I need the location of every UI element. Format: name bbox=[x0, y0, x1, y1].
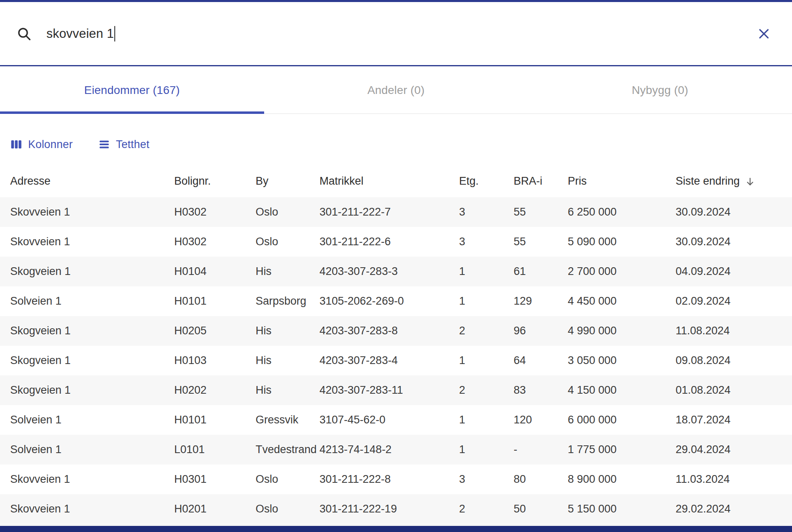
table-row[interactable]: Skogveien 1H0205His4203-307-283-82964 99… bbox=[0, 316, 792, 346]
cell-bolignr: H0103 bbox=[174, 346, 256, 375]
cell-siste-endring: 29.04.2024 bbox=[676, 435, 792, 464]
cell-etg: 1 bbox=[459, 346, 514, 375]
text-cursor bbox=[114, 26, 115, 41]
bottom-divider bbox=[0, 525, 792, 525]
cell-etg: 1 bbox=[459, 286, 514, 316]
columns-icon bbox=[10, 138, 22, 150]
density-button[interactable]: Tetthet bbox=[98, 138, 149, 151]
search-input[interactable]: skovveien 1 bbox=[46, 26, 755, 41]
column-label: Siste endring bbox=[676, 175, 740, 188]
cell-matrikkel: 301-211-222-8 bbox=[319, 464, 459, 494]
cell-by: His bbox=[256, 375, 319, 405]
cell-bra-i: 80 bbox=[514, 464, 568, 494]
table-row[interactable]: Skovveien 1H0201Oslo301-211-222-192505 1… bbox=[0, 494, 792, 524]
columns-button-label: Kolonner bbox=[28, 138, 73, 151]
column-header-pris[interactable]: Pris bbox=[568, 165, 676, 197]
cell-bra-i: - bbox=[514, 435, 568, 464]
tab-eiendommer[interactable]: Eiendommer (167) bbox=[0, 66, 264, 114]
cell-bra-i: 120 bbox=[514, 405, 568, 435]
cell-matrikkel: 301-211-222-6 bbox=[319, 227, 459, 257]
cell-etg: 2 bbox=[459, 494, 514, 524]
column-label: Etg. bbox=[459, 175, 479, 188]
column-label: Adresse bbox=[10, 175, 50, 188]
columns-button[interactable]: Kolonner bbox=[10, 138, 73, 151]
cell-adresse: Skovveien 1 bbox=[0, 464, 174, 494]
cell-siste-endring: 09.08.2024 bbox=[676, 346, 792, 375]
cell-pris: 6 250 000 bbox=[568, 197, 676, 227]
cell-pris: 4 150 000 bbox=[568, 375, 676, 405]
table-row[interactable]: Skovveien 1H0301Oslo301-211-222-83808 90… bbox=[0, 464, 792, 494]
cell-etg: 3 bbox=[459, 197, 514, 227]
table-row[interactable]: Solveien 1H0101Sarpsborg3105-2062-269-01… bbox=[0, 286, 792, 316]
cell-bolignr: H0302 bbox=[174, 227, 256, 257]
search-icon bbox=[16, 26, 32, 41]
column-label: Pris bbox=[568, 175, 587, 188]
tab-andeler[interactable]: Andeler (0) bbox=[264, 66, 528, 114]
cell-pris: 5 150 000 bbox=[568, 494, 676, 524]
cell-adresse: Skogveien 1 bbox=[0, 257, 174, 286]
cell-bolignr: H0101 bbox=[174, 405, 256, 435]
table-row[interactable]: Skogveien 1H0103His4203-307-283-41643 05… bbox=[0, 346, 792, 375]
clear-search-button[interactable] bbox=[755, 24, 773, 43]
cell-bra-i: 55 bbox=[514, 227, 568, 257]
table-row[interactable]: Skovveien 1H0302Oslo301-211-222-63555 09… bbox=[0, 227, 792, 257]
cell-bolignr: H0202 bbox=[174, 375, 256, 405]
table-row[interactable]: Solveien 1H0101Gressvik3107-45-62-011206… bbox=[0, 405, 792, 435]
cell-adresse: Skovveien 1 bbox=[0, 227, 174, 257]
table-row[interactable]: Skovveien 1H0302Oslo301-211-222-73556 25… bbox=[0, 197, 792, 227]
cell-by: His bbox=[256, 316, 319, 346]
cell-matrikkel: 4203-307-283-3 bbox=[319, 257, 459, 286]
table-row[interactable]: Solveien 1L0101Tvedestrand4213-74-148-21… bbox=[0, 435, 792, 464]
cell-siste-endring: 11.08.2024 bbox=[676, 316, 792, 346]
cell-siste-endring: 01.08.2024 bbox=[676, 375, 792, 405]
tab-bar: Eiendommer (167) Andeler (0) Nybygg (0) bbox=[0, 66, 792, 114]
table-row[interactable]: Skogveien 1H0104His4203-307-283-31612 70… bbox=[0, 257, 792, 286]
cell-by: Oslo bbox=[256, 464, 319, 494]
cell-etg: 3 bbox=[459, 464, 514, 494]
cell-matrikkel: 301-211-222-19 bbox=[319, 494, 459, 524]
cell-bolignr: H0104 bbox=[174, 257, 256, 286]
cell-adresse: Solveien 1 bbox=[0, 435, 174, 464]
cell-bolignr: L0101 bbox=[174, 435, 256, 464]
cell-etg: 1 bbox=[459, 435, 514, 464]
cell-matrikkel: 3105-2062-269-0 bbox=[319, 286, 459, 316]
cell-bra-i: 129 bbox=[514, 286, 568, 316]
density-button-label: Tetthet bbox=[116, 138, 149, 151]
cell-pris: 2 700 000 bbox=[568, 257, 676, 286]
cell-matrikkel: 301-211-222-7 bbox=[319, 197, 459, 227]
sort-desc-icon bbox=[745, 177, 755, 187]
cell-siste-endring: 04.09.2024 bbox=[676, 257, 792, 286]
column-header-adresse[interactable]: Adresse bbox=[0, 165, 174, 197]
cell-pris: 4 990 000 bbox=[568, 316, 676, 346]
cell-etg: 2 bbox=[459, 316, 514, 346]
cell-bolignr: H0201 bbox=[174, 494, 256, 524]
cell-by: Oslo bbox=[256, 197, 319, 227]
cell-adresse: Solveien 1 bbox=[0, 405, 174, 435]
cell-siste-endring: 02.09.2024 bbox=[676, 286, 792, 316]
column-header-matrikkel[interactable]: Matrikkel bbox=[319, 165, 459, 197]
column-header-siste-endring[interactable]: Siste endring bbox=[676, 165, 792, 197]
column-header-bra-i[interactable]: BRA-i bbox=[514, 165, 568, 197]
table-header: AdresseBolignr.ByMatrikkelEtg.BRA-iPrisS… bbox=[0, 165, 792, 197]
close-icon bbox=[757, 27, 771, 41]
table-toolbar: Kolonner Tetthet bbox=[10, 136, 792, 153]
cell-matrikkel: 4203-307-283-8 bbox=[319, 316, 459, 346]
cell-siste-endring: 11.03.2024 bbox=[676, 464, 792, 494]
cell-pris: 1 775 000 bbox=[568, 435, 676, 464]
column-header-etg[interactable]: Etg. bbox=[459, 165, 514, 197]
cell-bra-i: 61 bbox=[514, 257, 568, 286]
cell-siste-endring: 30.09.2024 bbox=[676, 197, 792, 227]
column-header-by[interactable]: By bbox=[256, 165, 319, 197]
column-label: BRA-i bbox=[514, 175, 543, 188]
cell-adresse: Solveien 1 bbox=[0, 286, 174, 316]
cell-bra-i: 83 bbox=[514, 375, 568, 405]
cell-bra-i: 50 bbox=[514, 494, 568, 524]
column-header-bolignr[interactable]: Bolignr. bbox=[174, 165, 256, 197]
cell-bolignr: H0302 bbox=[174, 197, 256, 227]
cell-by: Tvedestrand bbox=[256, 435, 319, 464]
tab-nybygg[interactable]: Nybygg (0) bbox=[528, 66, 792, 114]
cell-by: His bbox=[256, 257, 319, 286]
table-row[interactable]: Skogveien 1H0202His4203-307-283-112834 1… bbox=[0, 375, 792, 405]
cell-bra-i: 55 bbox=[514, 197, 568, 227]
cell-adresse: Skovveien 1 bbox=[0, 494, 174, 524]
